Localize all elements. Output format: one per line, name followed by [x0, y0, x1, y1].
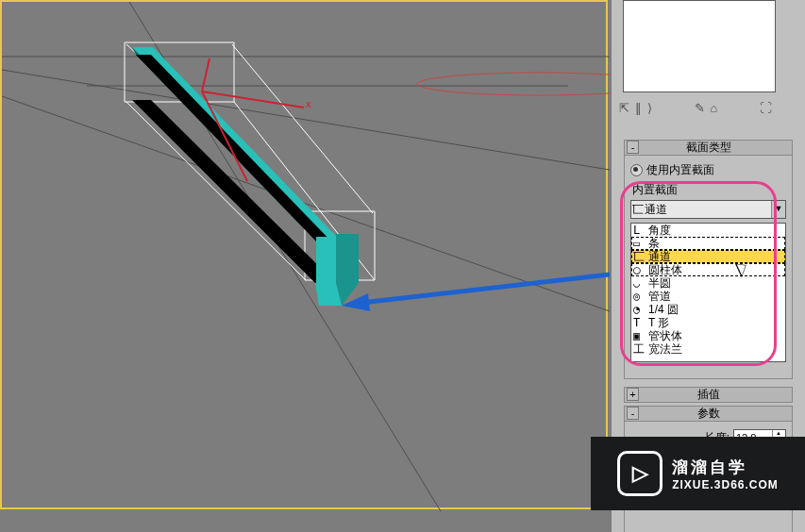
option-label: 管状体: [648, 329, 682, 342]
svg-marker-13: [132, 100, 336, 283]
svg-marker-15: [315, 234, 337, 283]
radio-use-builtin[interactable]: 使用内置截面: [630, 162, 786, 178]
option-icon: ▣: [633, 329, 646, 342]
option-label: 通道: [648, 250, 671, 263]
radio-label: 使用内置截面: [646, 162, 714, 178]
section-option[interactable]: ◯圆柱体: [631, 263, 785, 276]
svg-line-21: [353, 258, 610, 304]
option-icon: ◡: [633, 276, 646, 290]
option-label: 条: [648, 237, 660, 250]
play-icon[interactable]: ⟩: [647, 101, 652, 115]
section-option[interactable]: TT 形: [631, 316, 785, 329]
option-icon: T: [633, 316, 646, 329]
svg-line-7: [232, 44, 373, 213]
collapse-icon[interactable]: -: [627, 141, 639, 154]
rollout-section-type: - 截面类型 使用内置截面 内置截面 匸 通道 ▼ L角度▭条匸通道◯圆柱体◡半…: [624, 140, 793, 379]
option-label: 1/4 圆: [648, 303, 679, 316]
rollout-header-params[interactable]: - 参数: [624, 406, 793, 422]
section-option[interactable]: ◡半圆: [631, 276, 785, 290]
option-label: 半圆: [648, 276, 671, 290]
rollout-header-section-type[interactable]: - 截面类型: [624, 140, 793, 156]
section-combo[interactable]: 匸 通道 ▼: [630, 200, 786, 219]
option-icon: ◎: [633, 290, 646, 303]
rollout-title: 插值: [697, 388, 720, 401]
option-icon: L: [633, 224, 646, 237]
option-label: 角度: [648, 224, 671, 237]
svg-marker-12: [136, 55, 334, 247]
pause-icon[interactable]: ‖: [635, 101, 642, 115]
preview-box: [623, 0, 776, 92]
chevron-down-icon: ▼: [771, 201, 785, 218]
option-label: 圆柱体: [648, 263, 682, 276]
combo-icon: 匸: [631, 202, 645, 218]
option-icon: 匸: [633, 250, 646, 263]
section-listbox[interactable]: L角度▭条匸通道◯圆柱体◡半圆◎管道◔1/4 圆TT 形▣管状体工宽法兰: [630, 223, 786, 362]
preview-toolbar: ⇱ ‖ ⟩ ✎ ⌂ ⛶: [619, 97, 772, 118]
axis-label-x: x: [306, 98, 311, 109]
svg-line-2: [2, 96, 610, 311]
section-option[interactable]: 匸通道: [631, 250, 785, 263]
option-label: T 形: [648, 316, 669, 329]
option-icon: 工: [633, 342, 646, 356]
svg-line-1: [2, 70, 610, 170]
expand-icon[interactable]: +: [627, 388, 639, 401]
option-label: 宽法兰: [648, 342, 682, 356]
rollout-title: 截面类型: [686, 141, 731, 154]
svg-line-19: [202, 58, 210, 91]
combo-value: 通道: [645, 202, 667, 218]
group-label-builtin: 内置截面: [632, 182, 786, 198]
rollout-title: 参数: [697, 407, 720, 420]
radio-dot-icon: [630, 164, 643, 176]
rollout-header-interp[interactable]: + 插值: [624, 387, 793, 403]
option-icon: ◔: [633, 303, 646, 316]
svg-point-5: [417, 73, 610, 95]
section-option[interactable]: ▭条: [631, 237, 785, 250]
collapse-icon[interactable]: -: [627, 407, 639, 420]
wand-icon[interactable]: ✎: [695, 101, 705, 115]
section-option[interactable]: ▣管状体: [631, 329, 785, 342]
options-icon[interactable]: ⛶: [760, 101, 772, 115]
watermark-brand: 溜溜自学: [672, 457, 779, 478]
rollout-interpolation: + 插值: [624, 387, 793, 403]
section-option[interactable]: 工宽法兰: [631, 342, 785, 356]
lock-icon[interactable]: ⌂: [711, 101, 718, 115]
section-option[interactable]: ◔1/4 圆: [631, 303, 785, 316]
pin-icon[interactable]: ⇱: [619, 101, 629, 115]
viewport-3d[interactable]: x: [0, 0, 608, 509]
option-icon: ◯: [633, 263, 646, 276]
watermark-logo-icon: ▷: [617, 451, 662, 496]
section-option[interactable]: ◎管道: [631, 290, 785, 303]
section-option[interactable]: L角度: [631, 224, 785, 237]
watermark-site: ZIXUE.3D66.COM: [672, 478, 779, 491]
option-icon: ▭: [633, 237, 646, 250]
option-label: 管道: [648, 290, 671, 303]
watermark: ▷ 溜溜自学 ZIXUE.3D66.COM: [591, 437, 805, 510]
